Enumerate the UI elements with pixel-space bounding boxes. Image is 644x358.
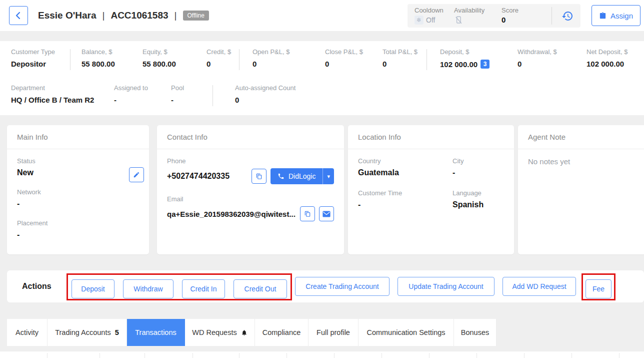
city-value: - xyxy=(452,168,504,177)
main-info-card: Main Info Status New Network - Placement… xyxy=(7,125,149,254)
customer-time-label: Customer Time xyxy=(358,189,452,197)
status-badge: Offline xyxy=(183,11,209,21)
tab-activity[interactable]: Activity xyxy=(7,319,48,346)
edit-status-button[interactable] xyxy=(129,167,144,182)
phone-icon xyxy=(278,173,284,180)
history-button[interactable] xyxy=(560,9,575,23)
placement-label: Placement xyxy=(17,219,139,227)
status-label: Status xyxy=(17,157,139,165)
stat-net-deposit: Net Deposit, $ 102 000.00 xyxy=(586,48,628,68)
email-label: Email xyxy=(167,195,334,203)
language-value: Spanish xyxy=(452,200,504,209)
history-icon xyxy=(562,10,574,22)
copy-email-button[interactable] xyxy=(300,206,315,221)
actions-band: Actions Deposit Withdraw Credit In Credi… xyxy=(7,270,644,302)
email-value: qa+Essie_201598362039@qiwitest.... xyxy=(167,210,296,218)
score-label: Score xyxy=(502,7,518,14)
transactions-table-stub xyxy=(0,351,644,358)
country-value: Guatemala xyxy=(358,168,452,177)
title-separator: | xyxy=(102,10,104,21)
actions-title: Actions xyxy=(22,270,52,302)
phone-label: Phone xyxy=(167,157,334,165)
stat-open-pnl: Open P&L, $ 0 xyxy=(252,48,290,68)
stat-auto-assigned-count: Auto-assigned Count 0 xyxy=(235,84,296,104)
assign-button[interactable]: Assign xyxy=(592,5,640,26)
stat-assigned-to: Assigned to - xyxy=(114,84,148,104)
agent-status-panel: Cooldown ❄ Off Availability Score 0 xyxy=(408,4,580,28)
envelope-icon xyxy=(322,211,330,217)
panel-divider xyxy=(552,7,552,25)
agent-note-empty-text: No notes yet xyxy=(528,157,644,166)
phone-slash-icon xyxy=(454,16,463,25)
agent-note-title: Agent Note xyxy=(518,125,644,149)
tab-communication-settings[interactable]: Communication Settings xyxy=(358,319,454,346)
caret-down-icon[interactable]: ▾ xyxy=(322,168,334,184)
stat-pool: Pool - xyxy=(171,84,184,104)
add-wd-request-button[interactable]: Add WD Request xyxy=(502,277,576,296)
detail-tabs: Activity Trading Accounts 5 Transactions… xyxy=(7,319,496,346)
network-value: - xyxy=(17,199,139,208)
stat-deposit: Deposit, $ 102 000.00 3 xyxy=(440,48,490,69)
stat-balance: Balance, $ 55 800.00 xyxy=(82,48,115,68)
tab-bonuses[interactable]: Bonuses xyxy=(454,319,496,346)
country-field: Country Guatemala xyxy=(358,157,452,177)
send-email-button[interactable] xyxy=(319,206,334,221)
update-trading-account-button[interactable]: Update Trading Account xyxy=(398,277,494,296)
clipboard-icon xyxy=(599,12,606,20)
back-button[interactable] xyxy=(9,6,28,25)
tab-compliance[interactable]: Compliance xyxy=(255,319,308,346)
stat-total-pnl: Total P&L, $ 0 xyxy=(382,48,418,68)
main-info-title: Main Info xyxy=(7,125,149,149)
create-trading-account-button[interactable]: Create Trading Account xyxy=(295,277,390,296)
deposit-button[interactable]: Deposit xyxy=(72,279,114,298)
withdraw-button[interactable]: Withdraw xyxy=(123,279,174,298)
tab-trading-accounts[interactable]: Trading Accounts 5 xyxy=(48,319,127,346)
stats-divider xyxy=(212,85,213,106)
annotation-box-deposit-group: Deposit Withdraw Credit In Credit Out xyxy=(66,273,292,300)
score-value: 0 xyxy=(502,16,518,24)
deposit-count-badge[interactable]: 3 xyxy=(480,60,490,69)
assign-label: Assign xyxy=(610,12,633,20)
score-stat: Score 0 xyxy=(502,7,518,24)
stat-withdrawal: Withdrawal, $ 0 xyxy=(518,48,557,68)
stats-divider xyxy=(426,49,427,70)
customer-name: Essie O'Hara xyxy=(38,10,96,21)
credit-in-button[interactable]: Credit In xyxy=(182,279,225,298)
location-info-card: Location Info Country Guatemala City - C… xyxy=(348,125,514,254)
account-id: ACC1061583 xyxy=(110,10,168,21)
didlogic-call-button[interactable]: DidLogic ▾ xyxy=(270,168,334,184)
chevron-left-icon xyxy=(15,12,22,20)
tab-transactions[interactable]: Transactions xyxy=(127,319,185,346)
credit-out-button[interactable]: Credit Out xyxy=(234,279,287,298)
stat-department: Department HQ / Office B / Team R2 xyxy=(11,84,94,104)
copy-phone-button[interactable] xyxy=(252,169,266,184)
stats-divider xyxy=(70,49,70,70)
top-header-bar: Essie O'Hara | ACC1061583 | Offline Cool… xyxy=(0,0,644,31)
status-value: New xyxy=(17,168,139,177)
contact-info-card: Contact Info Phone +5027474420335 DidLog… xyxy=(157,125,344,254)
customer-time-field: Customer Time - xyxy=(358,189,452,209)
pencil-icon xyxy=(133,171,140,178)
stat-customer-type: Customer Type Depositor xyxy=(11,48,55,68)
bell-icon xyxy=(241,329,248,336)
annotation-box-fee: Fee xyxy=(582,273,616,300)
tab-wd-requests[interactable]: WD Requests xyxy=(185,319,255,346)
availability-stat: Availability xyxy=(454,7,484,25)
stat-equity: Equity, $ 55 800.00 xyxy=(142,48,176,68)
title-separator: | xyxy=(174,10,177,21)
cooldown-stat: Cooldown ❄ Off xyxy=(414,7,444,25)
tab-full-profile[interactable]: Full profile xyxy=(308,319,358,346)
cooldown-label: Cooldown xyxy=(414,7,444,14)
location-info-title: Location Info xyxy=(348,125,514,149)
snowflake-icon: ❄ xyxy=(414,16,424,25)
customer-stats-band: Customer Type Depositor Balance, $ 55 80… xyxy=(0,41,644,115)
customer-time-value: - xyxy=(358,200,452,209)
language-label: Language xyxy=(452,189,504,197)
fee-button[interactable]: Fee xyxy=(586,279,612,298)
stat-credit: Credit, $ 0 xyxy=(206,48,231,68)
city-field: City - xyxy=(452,157,504,177)
country-label: Country xyxy=(358,157,452,165)
contact-info-title: Contact Info xyxy=(157,125,344,149)
agent-note-card: Agent Note No notes yet xyxy=(518,125,644,254)
city-label: City xyxy=(452,157,504,165)
